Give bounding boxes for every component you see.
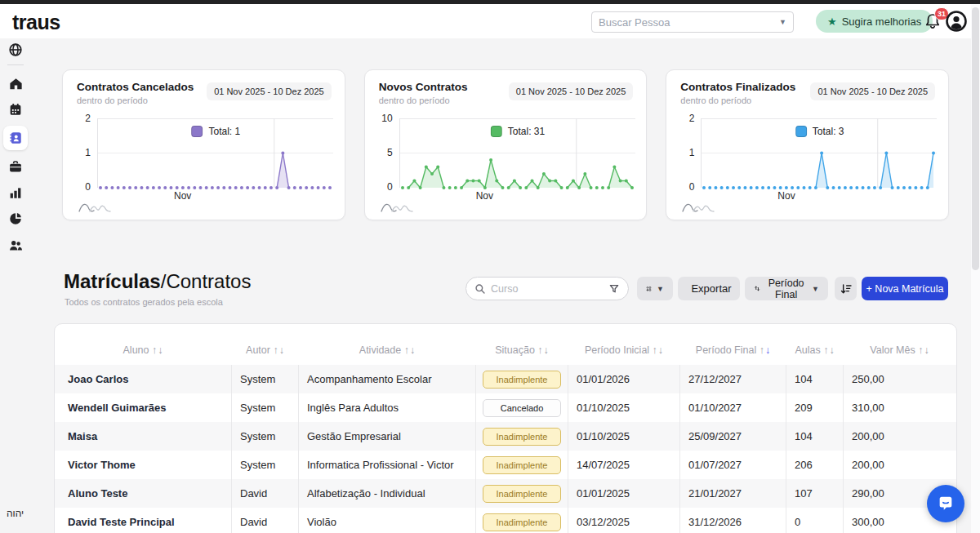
legend-label: Total: 3 [813,126,844,137]
sidebar-item-bar-chart[interactable] [0,181,31,204]
legend-swatch [191,126,203,137]
export-label: Exportar [691,282,731,295]
chevron-down-icon: ▼ [812,285,819,293]
cell-periodo-inicial: 01/10/2025 [568,393,680,422]
course-search-box[interactable] [466,277,629,300]
cell-aulas: 104 [786,365,844,393]
status-badge: Inadimplente [483,428,561,446]
x-axis-label: Nov [476,190,493,202]
sort-field-button[interactable]: Período Final ▼ [745,277,828,300]
person-search-input[interactable] [599,16,779,29]
page-subtitle: Todos os contratos gerados pela escola [65,297,223,307]
cell-situacao: Inadimplente [476,365,568,393]
briefcase-icon [8,159,23,174]
sidebar-item-pie-chart[interactable] [0,207,31,230]
person-search-combobox[interactable]: ▼ [591,11,794,33]
cell-situacao: Inadimplente [476,451,568,479]
sort-arrows-icon[interactable]: ↑↓ [918,344,930,356]
columns-menu-button[interactable]: ▼ [637,277,673,300]
sidebar-item-briefcase[interactable] [0,155,31,178]
status-badge: Inadimplente [483,485,561,503]
status-badge: Inadimplente [483,456,561,474]
sort-arrows-icon[interactable]: ↑↓ [653,344,665,356]
filter-icon[interactable] [608,283,620,295]
cell-autor: David [232,479,299,508]
sidebar-footer-text: יהוה [7,508,24,519]
y-tick-label: 5 [373,147,393,158]
sidebar-item-people[interactable] [0,233,31,256]
cell-periodo-final: 31/12/2026 [680,508,786,533]
sort-arrows-icon[interactable]: ↑↓ [273,344,285,356]
chart-subtitle: dentro do período [379,95,468,105]
course-search-input[interactable] [491,283,604,295]
chart-date-range: 01 Nov 2025 - 10 Dez 2025 [207,82,332,100]
sort-arrows-icon[interactable]: ↑↓ [404,344,416,356]
column-header[interactable]: Aluno ↑↓ [55,333,232,356]
legend-label: Total: 31 [508,126,545,137]
sort-arrows-icon[interactable]: ↑↓ [823,344,835,356]
column-header[interactable]: Período Inicial ↑↓ [568,333,680,356]
page-scrollbar[interactable] [971,4,980,533]
app-logo: traus [12,11,60,34]
notifications-button[interactable]: 31 [923,11,944,33]
sidebar-item-contracts-active[interactable] [0,124,31,152]
enrollments-table: Aluno ↑↓Autor ↑↓Atividade ↑↓Situação ↑↓P… [54,323,957,533]
new-enrollment-button[interactable]: + Nova Matrícula [862,277,948,300]
table-row[interactable]: Aluno Teste David Alfabetização - Indivi… [55,479,956,508]
y-tick-label: 0 [675,181,694,193]
status-badge: Inadimplente [483,371,561,389]
scrollbar-thumb[interactable] [972,7,979,270]
x-axis-label: Nov [174,190,191,202]
column-header[interactable]: Autor ↑↓ [232,333,299,356]
cell-valor-mes: 200,00 [844,451,956,479]
sort-arrows-icon[interactable]: ↑↓ [537,344,550,356]
cell-valor-mes: 310,00 [844,393,956,422]
cell-atividade: Violão [299,508,476,533]
column-header[interactable]: Situação ↑↓ [476,333,568,356]
sidebar: יהוה [0,38,31,533]
suggest-improvements-button[interactable]: ★ Sugira melhorias [816,10,933,33]
sidebar-item-home[interactable] [0,72,31,95]
chart-date-range: 01 Nov 2025 - 10 Dez 2025 [810,82,935,100]
column-header[interactable]: Aulas ↑↓ [786,333,844,356]
cell-situacao: Inadimplente [476,422,568,451]
cell-periodo-final: 01/10/2027 [680,393,786,422]
user-avatar-button[interactable] [946,11,967,32]
sort-arrows-icon[interactable]: ↑↓ [760,344,772,356]
page-title: Matrículas/Contratos [64,270,251,293]
pie-chart-icon [8,211,23,226]
chart-card: Contratos Cancelados dentro do período 0… [62,69,345,220]
table-row[interactable]: Joao Carlos System Acompanhamento Escola… [55,365,956,393]
export-button[interactable]: Exportar [678,277,740,300]
mini-navigator-icon [380,200,417,213]
sort-arrows-icon[interactable]: ↑↓ [152,344,164,356]
cell-valor-mes: 200,00 [844,422,956,451]
sort-order-button[interactable] [835,277,857,300]
column-header[interactable]: Período Final ↑↓ [680,333,786,356]
active-item-card [3,126,28,150]
cell-atividade: Acompanhamento Escolar [299,365,476,393]
table-row[interactable]: David Teste Principal David Violão Inadi… [55,508,956,533]
y-tick-label: 1 [675,147,694,158]
page-title-bold: Matrículas [64,270,161,292]
cell-autor: System [232,365,299,393]
people-icon [8,238,24,253]
column-header[interactable]: Valor Mês ↑↓ [844,333,956,356]
chart-plot: Total: 1 Nov [97,118,335,193]
table-row[interactable]: Maisa System Gestão Empresarial Inadimpl… [55,422,956,451]
sidebar-item-calendar[interactable] [0,98,31,121]
cell-situacao: Cancelado [476,393,568,422]
chat-widget-button[interactable] [927,485,964,522]
cell-periodo-inicial: 01/10/2025 [568,422,680,451]
cell-situacao: Inadimplente [476,508,568,533]
cell-periodo-final: 21/01/2027 [680,479,786,508]
cell-aluno: Maisa [55,422,232,451]
table-row[interactable]: Victor Thome System Informatica Profissi… [55,451,956,479]
legend-swatch [795,126,807,137]
table-row[interactable]: Wendell Guimarães System Inglês Para Adu… [55,393,956,422]
sidebar-item-globe[interactable] [0,38,31,61]
column-header[interactable]: Atividade ↑↓ [299,333,476,356]
sort-descending-icon [840,282,853,295]
cell-periodo-inicial: 03/12/2025 [568,508,680,533]
bar-chart-icon [8,185,23,200]
